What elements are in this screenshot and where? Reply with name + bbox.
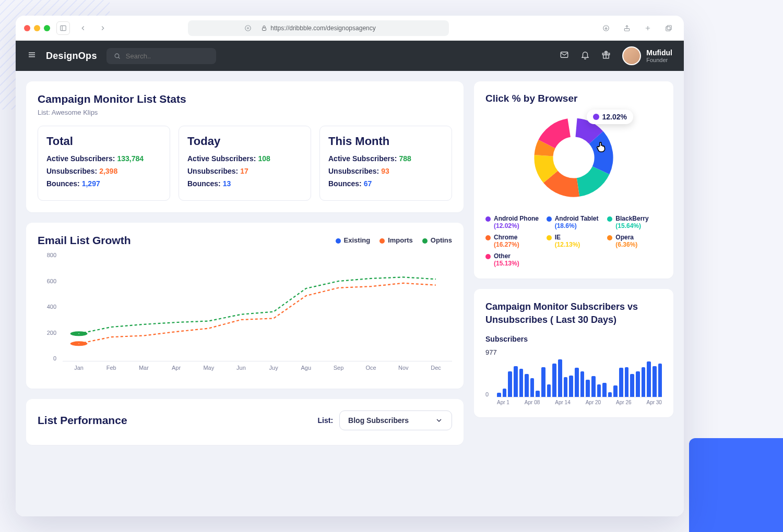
mini-bar[interactable]	[552, 364, 556, 397]
mini-bar[interactable]	[647, 361, 651, 397]
donut-title: Click % by Browser	[485, 93, 662, 104]
browser-chrome: https://dribbble.com/designopsagency	[16, 16, 684, 41]
sidebar-toggle-icon[interactable]	[56, 21, 70, 35]
svg-rect-11	[667, 25, 671, 29]
mini-bar[interactable]	[541, 367, 545, 397]
add-icon[interactable]	[641, 21, 655, 35]
mini-bar[interactable]	[613, 385, 618, 397]
mini-bar[interactable]	[619, 368, 623, 397]
campaign-stats-subtitle: List: Awesome Klips	[38, 108, 452, 116]
donut-legend-item: IE(12.13%)	[547, 234, 601, 248]
mini-bar[interactable]	[597, 384, 601, 397]
mini-bar[interactable]	[608, 392, 612, 397]
donut-legend-item: Other(15.13%)	[485, 252, 540, 267]
mini-bar[interactable]	[586, 380, 590, 397]
search-input[interactable]	[126, 52, 209, 60]
x-tick: Agu	[290, 365, 322, 377]
x-tick: Sep	[322, 365, 354, 377]
search-box[interactable]	[106, 48, 216, 64]
tabs-icon[interactable]	[662, 21, 675, 35]
mini-bar[interactable]	[625, 367, 629, 397]
list-performance-title: List Performance	[38, 414, 127, 427]
brand-name: DesignOps	[46, 51, 97, 62]
active-subscribers: Active Subscribers: 108	[187, 154, 302, 163]
download-icon[interactable]	[599, 21, 613, 35]
mini-bar[interactable]	[652, 366, 657, 397]
bell-icon[interactable]	[580, 50, 590, 62]
x-tick: Nov	[387, 365, 420, 377]
email-growth-title: Email List Growth	[38, 234, 131, 247]
user-menu[interactable]: Mufidul Founder	[622, 46, 672, 65]
user-role: Founder	[646, 57, 672, 63]
x-tick: Jun	[225, 365, 257, 377]
list-select-label: List:	[318, 416, 334, 425]
unsubscribes: Unsubscribes: 2,398	[46, 167, 161, 175]
minimize-window-button[interactable]	[34, 25, 40, 31]
user-name: Mufidul	[646, 49, 672, 57]
mini-bar[interactable]	[630, 374, 634, 397]
close-window-button[interactable]	[24, 25, 30, 31]
list-select[interactable]: Blog Subscribers	[339, 410, 452, 430]
search-icon	[114, 52, 121, 60]
mini-x-tick: Apr 20	[586, 400, 601, 409]
mini-bar[interactable]	[519, 369, 524, 397]
svg-rect-0	[61, 26, 66, 30]
chevron-down-icon	[435, 416, 443, 425]
mini-bar[interactable]	[602, 383, 607, 397]
stat-card: Total Active Subscribers: 133,784 Unsubs…	[38, 126, 170, 201]
mini-bar[interactable]	[508, 371, 512, 397]
menu-icon[interactable]	[27, 50, 37, 62]
campaign-stats-card: Campaign Monitor List Stats List: Awesom…	[26, 81, 464, 212]
svg-point-16	[115, 54, 119, 58]
mini-bar[interactable]	[530, 378, 535, 397]
email-growth-chart: 8006004002000 JanFebMarAprMayJunJuyAguSe…	[38, 252, 452, 377]
mini-bar[interactable]	[569, 376, 573, 397]
maximize-window-button[interactable]	[44, 25, 50, 31]
mini-bar[interactable]	[642, 367, 646, 397]
mini-bar[interactable]	[547, 384, 551, 397]
legend-optins: Optins	[431, 236, 452, 244]
x-tick: Apr	[160, 365, 193, 377]
back-button[interactable]	[76, 21, 90, 35]
subscribers-title: Campaign Monitor Subscribers vs Unsubscr…	[485, 300, 662, 327]
mini-bar[interactable]	[580, 371, 585, 397]
lock-icon	[261, 25, 267, 31]
mail-icon[interactable]	[560, 50, 569, 62]
donut-legend-item: Chrome(16.27%)	[485, 234, 540, 248]
url-text: https://dribbble.com/designopsagency	[270, 25, 375, 32]
traffic-lights	[24, 25, 50, 31]
app-header: DesignOps Mufidul Founder	[16, 41, 684, 71]
gift-icon[interactable]	[601, 50, 611, 62]
mini-bar[interactable]	[575, 368, 579, 397]
mini-bar[interactable]	[503, 389, 507, 397]
x-tick: Dec	[420, 365, 452, 377]
stat-heading: Today	[187, 135, 302, 148]
svg-rect-2	[263, 28, 266, 30]
new-tab-icon[interactable]	[241, 21, 255, 35]
unsubscribes: Unsubscribes: 93	[328, 167, 443, 175]
mini-x-tick: Apr 08	[525, 400, 540, 409]
mini-bar[interactable]	[514, 366, 518, 397]
mini-bar[interactable]	[591, 376, 596, 397]
mini-bar[interactable]	[558, 359, 562, 397]
mini-bar[interactable]	[536, 391, 540, 397]
mini-bar[interactable]	[497, 393, 501, 397]
subscribers-value: 977	[485, 348, 662, 356]
browser-window: https://dribbble.com/designopsagency Des…	[16, 16, 684, 516]
mini-bar[interactable]	[658, 364, 662, 397]
mini-y-tick: 0	[485, 391, 489, 397]
svg-line-17	[118, 57, 120, 58]
url-bar[interactable]: https://dribbble.com/designopsagency	[188, 20, 449, 36]
subscribers-label: Subscribers	[485, 335, 662, 343]
mini-bar[interactable]	[525, 374, 529, 397]
mini-bar[interactable]	[636, 371, 640, 397]
share-icon[interactable]	[620, 21, 634, 35]
mini-bar[interactable]	[564, 377, 568, 397]
donut-legend-item: BlackBerry(15.64%)	[607, 215, 662, 229]
active-subscribers: Active Subscribers: 788	[328, 154, 443, 163]
mini-x-tick: Apr 26	[616, 400, 631, 409]
bounces: Bounces: 1,297	[46, 179, 161, 188]
donut-tooltip: 12.02%	[587, 110, 633, 124]
forward-button[interactable]	[96, 21, 110, 35]
svg-rect-12	[666, 27, 670, 31]
